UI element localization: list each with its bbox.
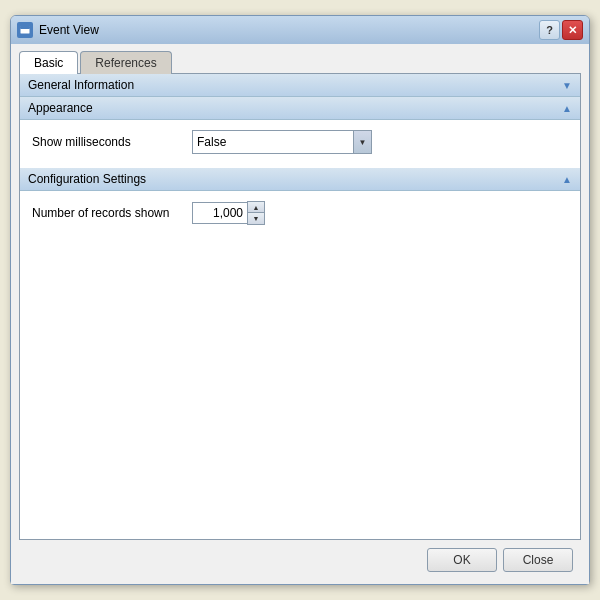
spinner-buttons: ▲ ▼ <box>247 201 265 225</box>
window-icon <box>17 22 33 38</box>
show-milliseconds-row: Show milliseconds False ▼ <box>32 128 568 156</box>
show-milliseconds-control: False ▼ <box>192 130 568 154</box>
general-information-arrow: ▼ <box>562 80 572 91</box>
close-button[interactable]: Close <box>503 548 573 572</box>
spinner-up-button[interactable]: ▲ <box>248 202 264 213</box>
dialog-body: Basic References General Information ▼ A… <box>11 44 589 584</box>
window-title: Event View <box>39 23 99 37</box>
records-spinner-input[interactable]: 1,000 <box>192 202 247 224</box>
configuration-settings-label: Configuration Settings <box>28 172 146 186</box>
general-information-header[interactable]: General Information ▼ <box>20 74 580 97</box>
show-milliseconds-dropdown[interactable]: False ▼ <box>192 130 372 154</box>
title-bar-left: Event View <box>17 22 99 38</box>
appearance-arrow: ▲ <box>562 103 572 114</box>
svg-rect-1 <box>20 26 30 29</box>
records-shown-row: Number of records shown 1,000 ▲ ▼ <box>32 199 568 227</box>
configuration-settings-arrow: ▲ <box>562 174 572 185</box>
content-spacer <box>20 239 580 539</box>
title-buttons: ? ✕ <box>539 20 583 40</box>
ok-button[interactable]: OK <box>427 548 497 572</box>
dropdown-arrow-icon[interactable]: ▼ <box>353 131 371 153</box>
close-title-button[interactable]: ✕ <box>562 20 583 40</box>
show-milliseconds-label: Show milliseconds <box>32 135 192 149</box>
title-bar: Event View ? ✕ <box>11 16 589 44</box>
help-button[interactable]: ? <box>539 20 560 40</box>
content-area: General Information ▼ Appearance ▲ Show … <box>19 73 581 540</box>
dialog-window: Event View ? ✕ Basic References General … <box>10 15 590 585</box>
dropdown-value: False <box>193 131 353 153</box>
tab-bar: Basic References <box>19 50 581 73</box>
spinner-down-button[interactable]: ▼ <box>248 213 264 224</box>
appearance-label: Appearance <box>28 101 93 115</box>
records-shown-control: 1,000 ▲ ▼ <box>192 201 568 225</box>
general-information-label: General Information <box>28 78 134 92</box>
tab-references[interactable]: References <box>80 51 171 74</box>
appearance-header[interactable]: Appearance ▲ <box>20 97 580 120</box>
configuration-settings-header[interactable]: Configuration Settings ▲ <box>20 168 580 191</box>
records-spinner: 1,000 ▲ ▼ <box>192 201 265 225</box>
records-shown-label: Number of records shown <box>32 206 192 220</box>
tab-basic[interactable]: Basic <box>19 51 78 74</box>
configuration-settings-content: Number of records shown 1,000 ▲ ▼ <box>20 191 580 239</box>
button-bar: OK Close <box>19 540 581 576</box>
appearance-content: Show milliseconds False ▼ <box>20 120 580 168</box>
